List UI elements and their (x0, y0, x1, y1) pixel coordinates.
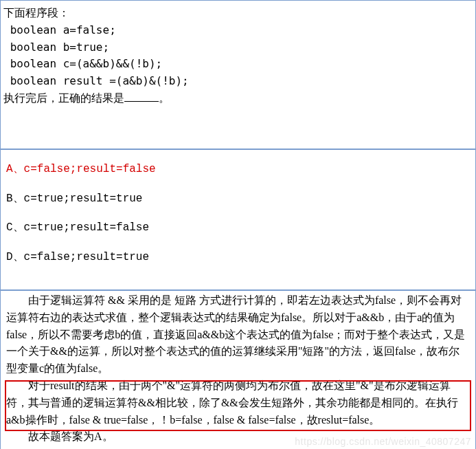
explanation-p2: 对于result的结果，由于两个"&"运算符的两侧均为布尔值，故在这里"&"是布… (6, 377, 470, 428)
page-container: 下面程序段： boolean a=false; boolean b=true; … (0, 0, 476, 449)
option-d[interactable]: D、c=false;result=true (6, 249, 470, 266)
option-c[interactable]: C、c=true;result=false (6, 219, 470, 237)
options-box: A、c=false;result=false B、c=true;result=t… (1, 149, 475, 290)
code-line-2: boolean b=true; (3, 41, 109, 54)
prompt-suffix: 。 (159, 91, 170, 105)
option-b[interactable]: B、c=true;result=true (6, 190, 470, 208)
code-line-4: boolean result =(a&b)&(!b); (3, 74, 189, 87)
code-line-1: boolean a=false; (3, 23, 116, 36)
prompt-prefix: 执行完后，正确的结果是 (3, 91, 124, 105)
question-box: 下面程序段： boolean a=false; boolean b=true; … (1, 0, 475, 149)
question-title: 下面程序段： (3, 6, 69, 19)
option-a[interactable]: A、c=false;result=false (6, 161, 470, 178)
blank-underline (124, 91, 159, 102)
explanation-p3: 故本题答案为A。 (6, 428, 470, 446)
explanation-p1: 由于逻辑运算符 && 采用的是 短路 方式进行计算的，即若左边表达式为false… (6, 292, 470, 377)
explanation-box: 由于逻辑运算符 && 采用的是 短路 方式进行计算的，即若左边表达式为false… (1, 290, 475, 449)
code-line-3: boolean c=(a&&b)&&(!b); (3, 57, 162, 70)
